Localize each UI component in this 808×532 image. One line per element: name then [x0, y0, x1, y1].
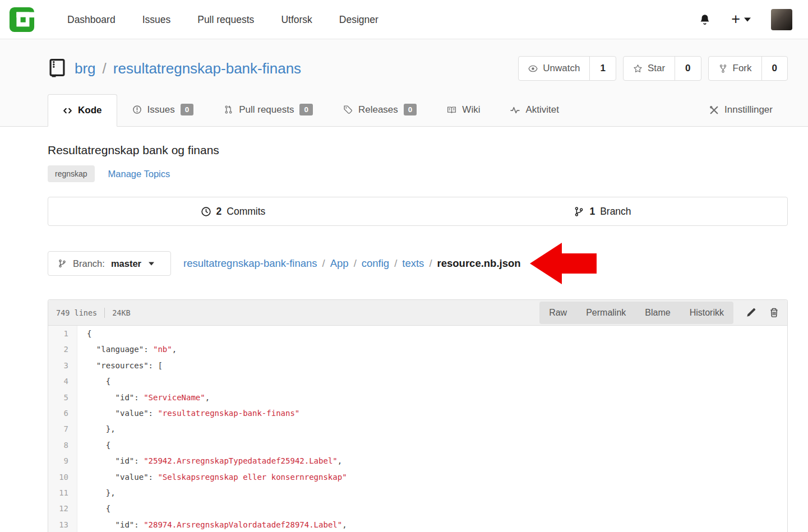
breadcrumb-link[interactable]: App: [330, 257, 349, 270]
fork-button-main[interactable]: Fork: [709, 57, 761, 80]
app-logo-icon[interactable]: [9, 7, 35, 33]
delete-trash-icon[interactable]: [769, 307, 779, 318]
star-button[interactable]: Star0: [623, 56, 701, 81]
breadcrumb-separator: /: [394, 257, 397, 270]
tab-label: Releases: [358, 104, 398, 115]
tab-kode[interactable]: Kode: [48, 94, 117, 127]
tab-pull-requests[interactable]: Pull requests0: [209, 93, 328, 126]
file-lines-info: 749 lines: [56, 308, 97, 317]
nav-item-dashboard[interactable]: Dashboard: [54, 0, 129, 39]
tab-count-badge: 0: [404, 104, 417, 115]
repo-owner-link[interactable]: brg: [75, 60, 96, 77]
activity-icon: [510, 105, 520, 115]
line-content: {: [77, 501, 110, 516]
line-number[interactable]: 10: [48, 469, 77, 485]
nav-right: +: [699, 9, 800, 30]
breadcrumb-link[interactable]: config: [362, 257, 389, 270]
unwatch-button[interactable]: Unwatch1: [518, 56, 616, 81]
line-number[interactable]: 11: [48, 485, 77, 501]
chevron-down-icon: [744, 17, 751, 22]
branch-selector[interactable]: Branch: master: [48, 251, 171, 276]
tab-aktivitet[interactable]: Aktivitet: [495, 94, 574, 126]
star-icon: [633, 64, 643, 73]
line-content: },: [77, 485, 116, 501]
repo-header: brg / resultatregnskap-bank-finans Unwat…: [0, 39, 808, 127]
commits-stat[interactable]: 2 Commits: [48, 197, 418, 225]
branch-icon: [574, 206, 584, 217]
tab-releases[interactable]: Releases0: [328, 93, 432, 126]
line-content: {: [77, 326, 91, 341]
commits-label: Commits: [227, 206, 265, 218]
fork-count[interactable]: 0: [761, 57, 787, 80]
topic-chip[interactable]: regnskap: [48, 165, 95, 182]
code-line: 3 "resources": [: [48, 358, 787, 373]
repo-breadcrumb-title: brg / resultatregnskap-bank-finans: [75, 60, 301, 77]
line-content: "value": "Selskapsregnskap eller konsern…: [77, 469, 347, 485]
breadcrumb-separator: /: [429, 257, 432, 270]
file-size-info: 24KB: [112, 308, 131, 317]
tab-label: Issues: [147, 104, 175, 115]
unwatch-count[interactable]: 1: [589, 57, 615, 80]
user-avatar[interactable]: [771, 9, 792, 30]
breadcrumb-link[interactable]: resultatregnskap-bank-finans: [183, 257, 317, 270]
line-number[interactable]: 4: [48, 373, 77, 389]
edit-pencil-icon[interactable]: [746, 307, 756, 318]
tab-wiki[interactable]: Wiki: [432, 94, 495, 126]
permalink-button[interactable]: Permalink: [576, 302, 635, 324]
create-new-button[interactable]: +: [731, 12, 751, 27]
tab-innstillinger[interactable]: Innstillinger: [694, 94, 788, 126]
line-number[interactable]: 5: [48, 390, 77, 405]
code-line: 4 {: [48, 373, 787, 389]
eye-icon: [528, 64, 538, 73]
line-number[interactable]: 6: [48, 405, 77, 421]
breadcrumb-separator: /: [354, 257, 357, 270]
file-meta: 749 lines 24KB: [56, 308, 131, 318]
star-button-main[interactable]: Star: [624, 57, 675, 80]
manage-topics-link[interactable]: Manage Topics: [108, 169, 170, 179]
code-line: 8 {: [48, 437, 787, 453]
line-number[interactable]: 1: [48, 326, 77, 341]
line-number[interactable]: 12: [48, 501, 77, 516]
line-number[interactable]: 13: [48, 517, 77, 532]
line-number[interactable]: 2: [48, 341, 77, 357]
nav-item-issues[interactable]: Issues: [129, 0, 184, 39]
code-line: 13 "id": "28974.ArsregnskapValordatadef2…: [48, 517, 787, 532]
notifications-bell-icon[interactable]: [699, 13, 711, 26]
commits-count: 2: [216, 206, 222, 218]
meta-divider: [104, 308, 105, 318]
code-line: 10 "value": "Selskapsregnskap eller kons…: [48, 469, 787, 485]
star-count[interactable]: 0: [675, 57, 700, 80]
file-actions: RawPermalinkBlameHistorikk: [539, 302, 779, 324]
file-nav-row: Branch: master resultatregnskap-bank-fin…: [48, 243, 788, 284]
repo-tab-bar: KodeIssues0Pull requests0Releases0WikiAk…: [48, 93, 788, 126]
code-icon: [63, 106, 72, 115]
branches-stat[interactable]: 1 Branch: [418, 197, 787, 225]
nav-item-designer[interactable]: Designer: [326, 0, 392, 39]
breadcrumb-current-file: resource.nb.json: [437, 257, 521, 270]
tab-issues[interactable]: Issues0: [117, 93, 209, 126]
tag-icon: [343, 105, 353, 114]
arrow-head: [530, 243, 562, 284]
historikk-button[interactable]: Historikk: [680, 302, 733, 324]
star-label: Star: [648, 63, 665, 74]
repo-stats-bar: 2 Commits 1 Branch: [48, 197, 788, 226]
nav-item-pull-requests[interactable]: Pull requests: [184, 0, 267, 39]
line-number[interactable]: 8: [48, 437, 77, 453]
line-content: "language": "nb",: [77, 341, 177, 357]
line-number[interactable]: 9: [48, 453, 77, 469]
repo-name-link[interactable]: resultatregnskap-bank-finans: [113, 60, 301, 77]
tab-label: Aktivitet: [525, 104, 559, 115]
breadcrumb-link[interactable]: texts: [402, 257, 424, 270]
unwatch-button-main[interactable]: Unwatch: [519, 57, 589, 80]
tab-label: Innstillinger: [724, 104, 773, 115]
line-number[interactable]: 3: [48, 358, 77, 373]
line-number[interactable]: 7: [48, 421, 77, 437]
fork-button[interactable]: Fork0: [708, 56, 788, 81]
settings-icon: [709, 105, 719, 115]
nav-item-utforsk[interactable]: Utforsk: [267, 0, 325, 39]
branch-icon: [58, 259, 67, 268]
arrow-shaft: [561, 253, 597, 274]
blame-button[interactable]: Blame: [635, 302, 680, 324]
raw-button[interactable]: Raw: [539, 302, 576, 324]
code-line: 2 "language": "nb",: [48, 341, 787, 357]
